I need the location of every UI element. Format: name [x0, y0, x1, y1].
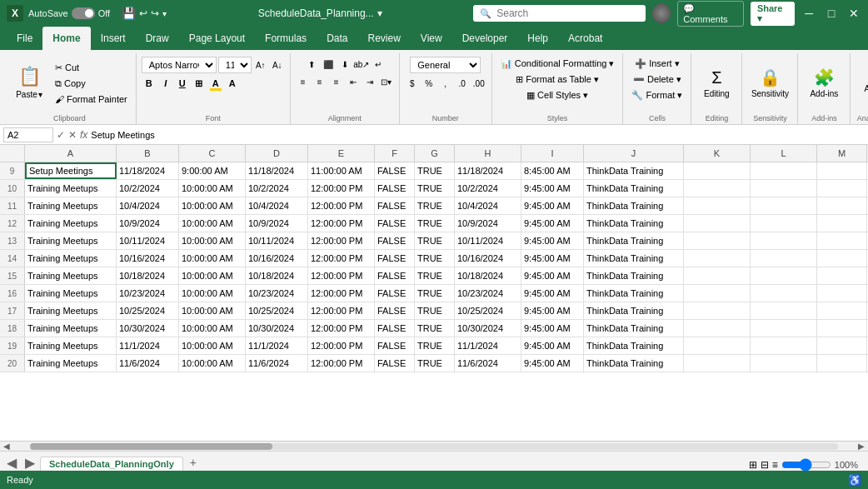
col-header-d[interactable]: D	[246, 145, 308, 162]
cell[interactable]: 10/11/2024	[455, 232, 521, 249]
insert-button[interactable]: ➕ Insert ▾	[631, 57, 683, 71]
autosave-switch[interactable]	[72, 7, 95, 19]
tab-acrobat[interactable]: Acrobat	[558, 27, 612, 50]
row-number[interactable]: 11	[0, 197, 25, 214]
sheet-tab-scheduledata[interactable]: ScheduleData_PlanningOnly	[40, 457, 183, 471]
cell[interactable]: 10/16/2024	[117, 250, 179, 267]
decrease-font-button[interactable]: A↓	[270, 57, 285, 72]
cell[interactable]: 10/4/2024	[246, 197, 308, 214]
font-name-select[interactable]: Aptos Narrow	[142, 57, 217, 73]
cell[interactable]: FALSE	[375, 180, 415, 197]
cell[interactable]	[684, 320, 751, 337]
cell[interactable]: 10/2/2024	[117, 180, 179, 197]
cell[interactable]: TRUE	[415, 267, 455, 284]
cell[interactable]: TRUE	[415, 302, 455, 319]
cell[interactable]	[684, 267, 751, 284]
border-button[interactable]: ⊞	[192, 76, 207, 91]
cell[interactable]: Training Meetups	[25, 320, 117, 337]
cell[interactable]: ThinkData Training	[584, 285, 684, 302]
cell[interactable]: TRUE	[415, 337, 455, 354]
add-sheet-button[interactable]: +	[185, 454, 202, 471]
col-header-i[interactable]: I	[521, 145, 584, 162]
cell[interactable]: ThinkData Training	[584, 162, 684, 179]
cell[interactable]: ThinkData Training	[584, 337, 684, 354]
check-icon[interactable]: ✓	[57, 129, 65, 141]
cell[interactable]	[817, 180, 867, 197]
font-size-select[interactable]: 11	[218, 57, 252, 73]
col-header-g[interactable]: G	[415, 145, 455, 162]
cell[interactable]: FALSE	[375, 320, 415, 337]
cell[interactable]: 12:00:00 PM	[308, 355, 375, 372]
cell[interactable]: TRUE	[415, 355, 455, 372]
cell[interactable]: 10:00:00 AM	[179, 197, 246, 214]
col-header-j[interactable]: J	[584, 145, 684, 162]
copy-button[interactable]: ⧉ Copy	[52, 77, 131, 91]
tab-draw[interactable]: Draw	[136, 27, 179, 50]
scroll-left-button[interactable]: ◀	[0, 442, 13, 451]
tab-help[interactable]: Help	[517, 27, 558, 50]
format-button[interactable]: 🔧 Format ▾	[628, 88, 686, 102]
save-icon[interactable]: 💾	[122, 7, 136, 20]
cell[interactable]	[684, 215, 751, 232]
cell[interactable]	[684, 337, 751, 354]
col-header-l[interactable]: L	[751, 145, 817, 162]
accessibility-icon[interactable]: ♿	[848, 474, 861, 487]
row-number[interactable]: 9	[0, 162, 25, 179]
cell[interactable]: 11/18/2024	[117, 162, 179, 179]
merge-button[interactable]: ⊡▾	[379, 74, 394, 89]
cell[interactable]: 10/11/2024	[246, 232, 308, 249]
fill-color-button[interactable]: A	[208, 76, 223, 91]
cell[interactable]	[684, 355, 751, 372]
cell[interactable]	[684, 302, 751, 319]
cell[interactable]: Training Meetups	[25, 267, 117, 284]
cell[interactable]	[817, 267, 867, 284]
cell[interactable]	[817, 232, 867, 249]
tab-page-layout[interactable]: Page Layout	[179, 27, 255, 50]
cell[interactable]: 10/30/2024	[246, 320, 308, 337]
cell[interactable]: 9:45:00 AM	[521, 250, 584, 267]
row-number[interactable]: 10	[0, 180, 25, 197]
cell[interactable]: 10:00:00 AM	[179, 355, 246, 372]
cell[interactable]: 12:00:00 PM	[308, 337, 375, 354]
cell[interactable]: TRUE	[415, 320, 455, 337]
cell[interactable]	[817, 355, 867, 372]
normal-view-icon[interactable]: ≡	[772, 459, 778, 471]
cell[interactable]: FALSE	[375, 162, 415, 179]
cell[interactable]: Training Meetups	[25, 250, 117, 267]
minimize-button[interactable]: ─	[801, 5, 817, 22]
col-header-c[interactable]: C	[179, 145, 246, 162]
increase-indent-button[interactable]: ⇥	[362, 74, 377, 89]
decrease-indent-button[interactable]: ⇤	[346, 74, 361, 89]
cell[interactable]: 10:00:00 AM	[179, 285, 246, 302]
cell[interactable]	[684, 250, 751, 267]
cell[interactable]	[751, 162, 817, 179]
cell[interactable]: FALSE	[375, 337, 415, 354]
cell[interactable]: 10/25/2024	[455, 302, 521, 319]
cell[interactable]: 12:00:00 PM	[308, 320, 375, 337]
sensitivity-button[interactable]: 🔒 Sensitivity	[747, 57, 792, 109]
cell[interactable]: ThinkData Training	[584, 232, 684, 249]
page-layout-icon[interactable]: ⊞	[749, 459, 757, 471]
cell[interactable]: ThinkData Training	[584, 320, 684, 337]
cell[interactable]: 10/9/2024	[246, 215, 308, 232]
font-color-button[interactable]: A	[225, 76, 240, 91]
cell[interactable]	[751, 215, 817, 232]
cell[interactable]: ThinkData Training	[584, 302, 684, 319]
cell[interactable]	[684, 180, 751, 197]
row-number[interactable]: 16	[0, 285, 25, 302]
cell[interactable]	[751, 250, 817, 267]
nav-next-sheet-button[interactable]: ▶	[22, 455, 38, 471]
cell[interactable]: 9:45:00 AM	[521, 337, 584, 354]
col-header-e[interactable]: E	[308, 145, 375, 162]
cell[interactable]: Training Meetups	[25, 180, 117, 197]
cell[interactable]	[751, 355, 817, 372]
row-number[interactable]: 18	[0, 320, 25, 337]
cell[interactable]	[751, 302, 817, 319]
cell[interactable]: TRUE	[415, 232, 455, 249]
cell[interactable]: 10/18/2024	[117, 267, 179, 284]
cell[interactable]: Training Meetups	[25, 215, 117, 232]
cell[interactable]: 9:45:00 AM	[521, 232, 584, 249]
cell[interactable]: 9:00:00 AM	[179, 162, 246, 179]
row-number[interactable]: 14	[0, 250, 25, 267]
cell[interactable]: ThinkData Training	[584, 180, 684, 197]
